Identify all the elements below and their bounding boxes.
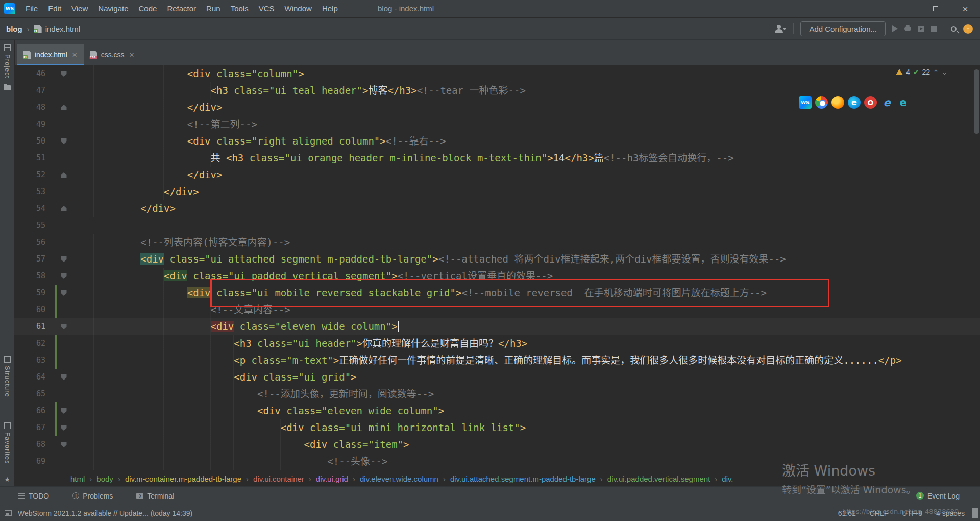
code-text[interactable]: [70, 217, 980, 234]
menu-item-help[interactable]: Help: [317, 1, 343, 16]
todo-toolwindow[interactable]: TODO: [18, 492, 49, 500]
edge-icon[interactable]: e: [848, 96, 861, 109]
line-number[interactable]: 62: [14, 335, 54, 352]
menu-item-vcs[interactable]: VCS: [254, 1, 280, 16]
code-text[interactable]: <!--添加头像，更新时间，阅读数等-->: [70, 386, 980, 402]
menu-item-edit[interactable]: Edit: [43, 1, 66, 16]
menu-item-refactor[interactable]: Refactor: [162, 1, 201, 16]
fold-start-icon[interactable]: [61, 138, 67, 144]
edge-legacy-icon[interactable]: e: [897, 96, 910, 109]
breadcrumb-item[interactable]: div.eleven.wide.column: [360, 475, 438, 483]
close-icon[interactable]: ✕: [129, 51, 135, 59]
line-number[interactable]: 65: [14, 386, 54, 402]
terminal-toolwindow[interactable]: ❯ Terminal: [136, 492, 174, 500]
sidebar-item-structure[interactable]: Structure: [0, 356, 14, 397]
fold-start-icon[interactable]: [61, 290, 67, 296]
line-number[interactable]: 48: [14, 99, 54, 116]
update-available-icon[interactable]: ↑: [963, 24, 973, 34]
code-text[interactable]: <div class="column">: [70, 65, 980, 82]
code-text[interactable]: <!--第二列-->: [70, 116, 980, 133]
chevron-up-icon[interactable]: ⌃: [933, 68, 939, 76]
code-editor[interactable]: 46<div class="column">47<h3 class="ui te…: [14, 65, 980, 471]
tab-index.html[interactable]: Hindex.html✕: [17, 44, 84, 65]
breadcrumb-item[interactable]: div.ui.grid: [316, 475, 348, 483]
tab-css.css[interactable]: CSScss.css✕: [84, 44, 141, 65]
menu-item-view[interactable]: View: [66, 1, 93, 16]
menu-item-run[interactable]: Run: [201, 1, 226, 16]
breadcrumb-item[interactable]: html: [70, 475, 85, 483]
breadcrumb-project[interactable]: blog: [6, 25, 22, 33]
debug-icon[interactable]: [904, 26, 911, 31]
code-text[interactable]: </div>: [70, 183, 980, 200]
line-number[interactable]: 59: [14, 285, 54, 301]
indent-setting[interactable]: 4 spaces: [936, 509, 965, 517]
breadcrumb-item[interactable]: div.: [722, 475, 733, 483]
line-number[interactable]: 58: [14, 268, 54, 285]
add-configuration-button[interactable]: Add Configuration...: [800, 21, 886, 36]
fold-start-icon[interactable]: [61, 374, 67, 380]
sidebar-item-favorites[interactable]: Favorites: [0, 422, 14, 464]
fold-end-icon[interactable]: [61, 105, 67, 110]
fold-start-icon[interactable]: [61, 442, 67, 447]
code-text[interactable]: </div>: [70, 200, 980, 217]
user-menu[interactable]: [774, 25, 787, 33]
chevron-down-icon[interactable]: ⌄: [942, 68, 947, 76]
cursor-position[interactable]: 61:61: [838, 509, 856, 517]
tool-window-switcher-icon[interactable]: [5, 510, 12, 516]
menu-item-file[interactable]: File: [20, 1, 43, 16]
code-text[interactable]: <!--头像-->: [70, 453, 980, 470]
line-number[interactable]: 64: [14, 369, 54, 386]
chrome-icon[interactable]: [815, 96, 828, 109]
fold-start-icon[interactable]: [61, 425, 67, 431]
ie-icon[interactable]: e: [880, 96, 893, 109]
line-ending[interactable]: CRLF: [870, 509, 889, 517]
problems-toolwindow[interactable]: ! Problems: [72, 492, 113, 500]
status-message[interactable]: WebStorm 2021.1.2 available // Update...…: [18, 509, 192, 517]
fold-start-icon[interactable]: [61, 273, 67, 279]
line-number[interactable]: 46: [14, 65, 54, 82]
line-number[interactable]: 67: [14, 419, 54, 436]
code-text[interactable]: 共 <h3 class="ui orange header m-inline-b…: [70, 150, 980, 167]
scrollbar[interactable]: [974, 69, 979, 134]
menu-item-navigate[interactable]: Navigate: [93, 1, 133, 16]
close-icon[interactable]: ✕: [72, 51, 78, 59]
code-text[interactable]: <p class="m-text">正确做好任何一件事情的前提是清晰、正确的理解…: [70, 352, 980, 369]
code-text[interactable]: <div class="eleven wide column">: [70, 402, 980, 419]
firefox-icon[interactable]: [831, 96, 844, 109]
code-text[interactable]: <h3 class="ui header">你真的理解什么是财富自由吗？</h3…: [70, 335, 980, 352]
line-number[interactable]: 55: [14, 217, 54, 234]
breadcrumb-item[interactable]: body: [96, 475, 113, 483]
close-button[interactable]: ×: [950, 0, 980, 17]
maximize-button[interactable]: [921, 0, 950, 17]
line-number[interactable]: 56: [14, 234, 54, 251]
line-number[interactable]: 60: [14, 301, 54, 318]
code-text[interactable]: <div class="ui attached segment m-padded…: [70, 251, 980, 268]
code-text[interactable]: <div class="right aligned column"><!--靠右…: [70, 133, 980, 150]
fold-end-icon[interactable]: [61, 172, 67, 178]
file-encoding[interactable]: UTF-8: [902, 509, 922, 517]
fold-start-icon[interactable]: [61, 71, 67, 77]
sidebar-item-project[interactable]: Project: [0, 44, 14, 90]
code-text[interactable]: <div class="eleven wide column">: [70, 318, 980, 335]
webstorm-icon[interactable]: WS: [799, 96, 812, 109]
line-number[interactable]: 49: [14, 116, 54, 133]
fold-start-icon[interactable]: [61, 256, 67, 262]
code-text[interactable]: <div class="ui grid">: [70, 369, 980, 386]
event-log[interactable]: 1 Event Log: [916, 492, 960, 500]
menu-item-code[interactable]: Code: [134, 1, 162, 16]
line-number[interactable]: 51: [14, 150, 54, 167]
search-icon[interactable]: [951, 26, 957, 32]
line-number[interactable]: 52: [14, 167, 54, 183]
code-text[interactable]: <div class="item">: [70, 436, 980, 453]
stop-icon[interactable]: [931, 26, 937, 32]
line-number[interactable]: 66: [14, 402, 54, 419]
fold-start-icon[interactable]: [61, 408, 67, 414]
code-text[interactable]: </div>: [70, 167, 980, 183]
line-number[interactable]: 50: [14, 133, 54, 150]
coverage-icon[interactable]: [918, 26, 924, 32]
breadcrumb-item[interactable]: div.ui.attached.segment.m-padded-tb-larg…: [450, 475, 596, 483]
minimize-button[interactable]: [891, 0, 921, 17]
breadcrumb-item[interactable]: div.ui.padded.vertical.segment: [607, 475, 710, 483]
breadcrumb-item[interactable]: div.m-container.m-padded-tb-large: [125, 475, 241, 483]
run-icon[interactable]: [892, 25, 898, 32]
